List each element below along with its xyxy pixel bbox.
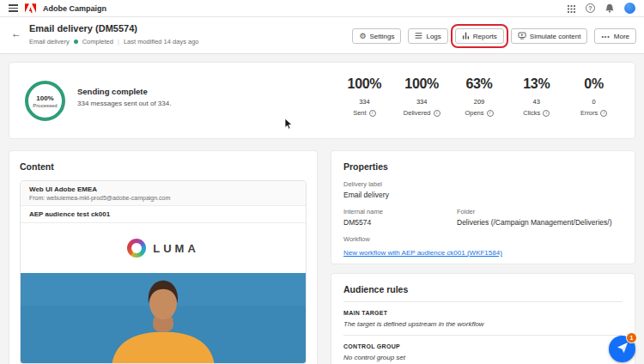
reports-button-label: Reports: [473, 33, 497, 40]
more-dots-icon: •••: [601, 33, 610, 39]
stat-label: Errors: [580, 109, 598, 117]
paper-plane-icon: [617, 342, 629, 357]
from-address: From: webuiemea-mkt-prod5@adobe-campaign…: [29, 195, 297, 201]
help-icon[interactable]: ?: [586, 3, 595, 13]
stat-percent: 13%: [507, 76, 565, 92]
logs-button-label: Logs: [426, 33, 440, 40]
more-button-label: More: [614, 33, 629, 40]
delivery-type-label: Email delivery: [29, 38, 70, 46]
simulate-preview-icon: [518, 32, 526, 41]
status-dot-icon: [74, 39, 78, 44]
stat-errors: 0% 0 Errorsi: [565, 76, 623, 117]
email-preview-card[interactable]: Web UI Adobe EMEA From: webuiemea-mkt-pr…: [20, 180, 307, 364]
internal-name-value: DM5574: [343, 218, 457, 227]
email-brand-header: LUMA: [21, 223, 306, 273]
processed-progress-ring: 100% Processed: [25, 81, 65, 121]
folder-label: Folder: [457, 208, 623, 215]
audience-panel-title: Audience rules: [343, 284, 623, 294]
info-icon[interactable]: i: [487, 110, 494, 117]
settings-button[interactable]: ⚙ Settings: [352, 28, 401, 44]
main-target-label: MAIN TARGET: [343, 310, 623, 316]
info-icon[interactable]: i: [600, 110, 607, 117]
folder-value: Deliveries (/Campaign Management/Deliver…: [457, 218, 623, 227]
stat-label: Sent: [353, 109, 366, 117]
gear-icon: ⚙: [359, 33, 366, 40]
properties-panel-title: Properties: [343, 161, 623, 172]
stat-percent: 100%: [336, 76, 393, 92]
workflow-label: Workflow: [343, 235, 623, 243]
info-icon[interactable]: i: [369, 110, 376, 117]
audience-rules-panel: Audience rules MAIN TARGET The target is…: [331, 273, 635, 364]
mouse-cursor: [284, 118, 294, 130]
content-panel: Content Web UI Adobe EMEA From: webuieme…: [9, 150, 318, 364]
assistant-chat-button[interactable]: 1: [609, 336, 635, 362]
stat-percent: 100%: [393, 76, 451, 92]
workflow-link[interactable]: New workflow with AEP audience ck001 (WK…: [343, 249, 502, 257]
stat-label: Delivered: [404, 109, 431, 117]
user-avatar[interactable]: [624, 3, 635, 14]
sender-name: Web UI Adobe EMEA: [29, 185, 297, 193]
header-actions: ⚙ Settings Logs Reports Simulate content…: [352, 28, 636, 44]
divider: [343, 335, 623, 336]
stat-opens: 63% 209 Opensi: [451, 76, 508, 117]
more-button[interactable]: ••• More: [594, 28, 636, 44]
hamburger-menu-icon[interactable]: [9, 4, 18, 11]
stat-percent: 63%: [451, 76, 508, 92]
summary-subtitle: 334 messages sent out of 334.: [77, 100, 171, 107]
delivery-meta: Email delivery Completed | Last modified…: [29, 38, 198, 46]
reports-button[interactable]: Reports: [455, 28, 504, 44]
content-panel-title: Content: [20, 161, 307, 172]
status-badge: Completed: [82, 38, 113, 46]
control-group-label: CONTROL GROUP: [343, 343, 623, 349]
internal-name-label: Internal name: [343, 208, 457, 215]
stat-sent: 100% 334 Senti: [336, 76, 393, 117]
stat-label: Opens: [465, 109, 483, 117]
adobe-logo-icon: [25, 1, 36, 16]
simulate-content-button-label: Simulate content: [530, 33, 581, 40]
summary-title: Sending complete: [77, 87, 171, 96]
sending-summary-card: 100% Processed Sending complete 334 mess…: [9, 62, 635, 139]
brand-name: LUMA: [153, 242, 199, 255]
back-button[interactable]: ←: [11, 28, 21, 46]
stat-percent: 0%: [565, 76, 623, 92]
simulate-content-button[interactable]: Simulate content: [511, 28, 588, 44]
email-subject: AEP audience test ck001: [21, 206, 306, 223]
control-group-value: No control group set: [343, 354, 623, 361]
logs-icon: [415, 32, 422, 41]
luma-logo-icon: [127, 239, 146, 258]
meta-separator: |: [118, 38, 119, 46]
top-bar: Adobe Campaign ?: [0, 0, 644, 17]
properties-panel: Properties Delivery label Email delivery…: [331, 150, 635, 264]
chat-notification-badge: 1: [626, 332, 637, 343]
page-header: ← Email delivery (DM5574) Email delivery…: [0, 17, 644, 54]
ring-label: Processed: [33, 103, 57, 108]
logs-button[interactable]: Logs: [408, 28, 447, 44]
last-modified-text: Last modified 14 days ago: [124, 38, 199, 46]
stat-value: 209: [451, 98, 508, 106]
divider: [343, 301, 623, 302]
delivery-label-value: Email delivery: [343, 191, 623, 199]
info-icon[interactable]: i: [543, 110, 550, 117]
info-icon[interactable]: i: [434, 110, 440, 117]
stat-value: 0: [565, 98, 623, 106]
email-hero-image: [21, 273, 306, 363]
stat-delivered: 100% 334 Deliveredi: [393, 76, 451, 117]
stat-label: Clicks: [523, 109, 540, 117]
ring-percent: 100%: [36, 94, 53, 102]
page-title: Email delivery (DM5574): [29, 23, 198, 33]
app-switcher-icon[interactable]: [568, 1, 575, 16]
delivery-stats: 100% 334 Senti 100% 334 Deliveredi 63% 2…: [336, 76, 623, 117]
stat-value: 334: [393, 98, 451, 106]
settings-button-label: Settings: [370, 33, 395, 40]
app-name: Adobe Campaign: [43, 4, 106, 13]
stat-value: 43: [507, 98, 565, 106]
delivery-label-label: Delivery label: [343, 180, 623, 188]
notifications-bell-icon[interactable]: [605, 1, 614, 16]
stat-value: 334: [336, 98, 393, 106]
stat-clicks: 13% 43 Clicksi: [507, 76, 565, 117]
main-target-value: The target is defined upstream in the wo…: [343, 320, 623, 328]
reports-chart-icon: [462, 32, 470, 41]
